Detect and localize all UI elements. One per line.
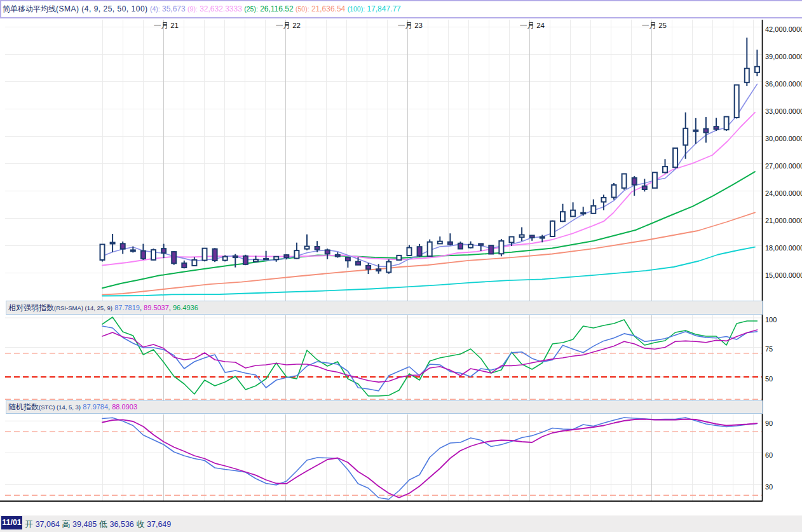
svg-text:24,000.0000: 24,000.0000 [765,189,802,197]
svg-text:一月 23: 一月 23 [398,22,423,29]
svg-text:一月 22: 一月 22 [276,22,301,29]
svg-text:一月 21: 一月 21 [154,22,179,29]
svg-text:30: 30 [765,483,773,491]
svg-text:42,000.0000: 42,000.0000 [765,25,802,33]
svg-text:27,000.0000: 27,000.0000 [765,162,802,170]
svg-text:33,000.0000: 33,000.0000 [765,107,802,115]
svg-text:一月 24: 一月 24 [520,22,545,29]
svg-text:15,000.0000: 15,000.0000 [765,271,802,279]
svg-text:90: 90 [765,419,773,427]
svg-text:30,000.0000: 30,000.0000 [765,135,802,142]
svg-text:18,000.0000: 18,000.0000 [765,244,802,252]
svg-text:39,000.0000: 39,000.0000 [765,53,802,60]
svg-text:36,000.0000: 36,000.0000 [765,80,802,88]
svg-text:21,000.0000: 21,000.0000 [765,217,802,224]
svg-text:50: 50 [765,375,773,383]
svg-text:100: 100 [765,316,777,324]
svg-text:75: 75 [765,345,773,353]
svg-text:60: 60 [765,451,773,459]
svg-text:一月 25: 一月 25 [642,22,667,29]
